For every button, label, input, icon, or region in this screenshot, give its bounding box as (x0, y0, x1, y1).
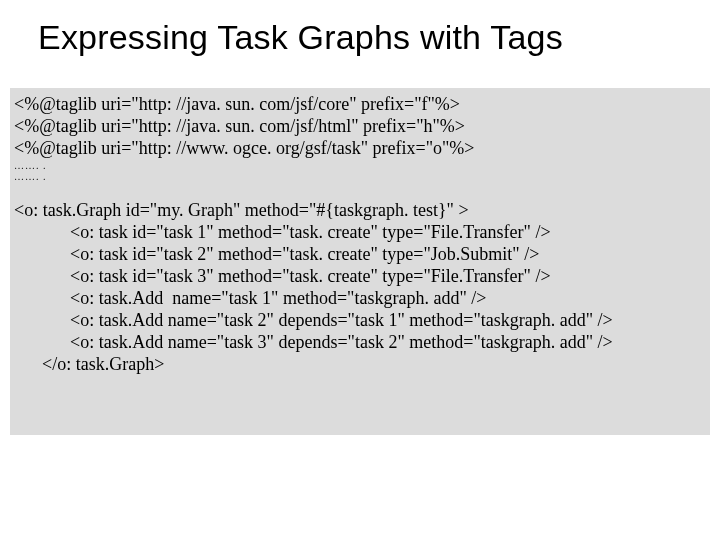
code-block: <%@taglib uri="http: //java. sun. com/js… (10, 88, 710, 435)
slide-title: Expressing Task Graphs with Tags (0, 0, 720, 57)
task-add-1: <o: task.Add name="task 1" method="taskg… (14, 288, 706, 310)
ellipsis-1: ……. . (14, 160, 706, 171)
task-def-2: <o: task id="task 2" method="task. creat… (14, 244, 706, 266)
taglib-line-3: <%@taglib uri="http: //www. ogce. org/gs… (14, 138, 706, 160)
taglib-line-1: <%@taglib uri="http: //java. sun. com/js… (14, 94, 706, 116)
taskgraph-close: </o: task.Graph> (14, 354, 706, 376)
task-add-3: <o: task.Add name="task 3" depends="task… (14, 332, 706, 354)
task-add-2: <o: task.Add name="task 2" depends="task… (14, 310, 706, 332)
taskgraph-open: <o: task.Graph id="my. Graph" method="#{… (14, 200, 706, 222)
ellipsis-2: ……. . (14, 171, 706, 182)
blank-line (14, 182, 706, 200)
taglib-line-2: <%@taglib uri="http: //java. sun. com/js… (14, 116, 706, 138)
task-def-3: <o: task id="task 3" method="task. creat… (14, 266, 706, 288)
slide: Expressing Task Graphs with Tags <%@tagl… (0, 0, 720, 540)
task-def-1: <o: task id="task 1" method="task. creat… (14, 222, 706, 244)
